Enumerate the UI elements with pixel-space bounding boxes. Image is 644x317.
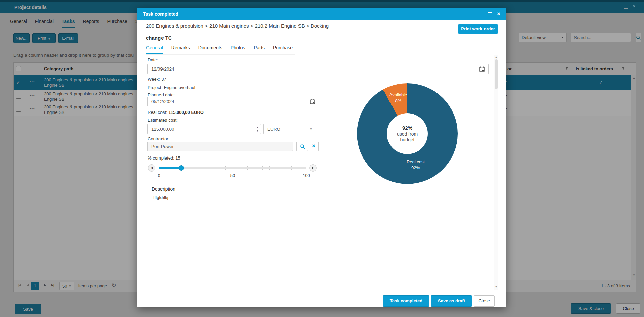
estimated-cost-value: 125.000,00	[151, 127, 174, 132]
tab-remarks[interactable]: Remarks	[171, 44, 190, 54]
planned-date-field[interactable]: 05/12/2024	[147, 97, 319, 106]
available-caption: Available	[389, 92, 407, 97]
spinner-down-icon[interactable]: ▼	[256, 130, 258, 132]
calendar-icon[interactable]	[479, 66, 485, 72]
dialog-close-icon[interactable]: ×	[497, 11, 500, 17]
dialog-maximize-icon[interactable]	[488, 12, 492, 16]
contractor-label: Contractor:	[148, 136, 169, 141]
slider-min-label: 0	[156, 173, 163, 178]
real-cost-label: Real cost: 115.000,00 EURO	[148, 110, 204, 115]
dialog-vertical-scrollbar[interactable]: ▲ ▼	[494, 55, 498, 290]
scrollbar-thumb[interactable]	[495, 59, 498, 89]
dialog-titlebar[interactable]: Task completed ×	[137, 8, 506, 20]
real-cost-caption: Real cost:	[148, 110, 167, 115]
task-completed-button[interactable]: Task completed	[383, 295, 429, 307]
tab-purchase[interactable]: Purchase	[273, 44, 293, 54]
date-value: 12/09/2024	[151, 66, 174, 72]
project-label: Project: Engine overhaul	[148, 85, 195, 90]
spinner-up-icon[interactable]: ▲	[256, 126, 258, 129]
scroll-down-icon[interactable]: ▼	[495, 286, 497, 288]
realcost-caption: Real cost	[407, 159, 425, 164]
dialog-tabs: General Remarks Documents Photos Parts P…	[146, 44, 295, 55]
donut-realcost-label: Real cost 92%	[394, 159, 438, 171]
slider-handle[interactable]	[179, 165, 184, 171]
slider-decrease-button[interactable]: ◀	[148, 164, 155, 172]
percent-completed-slider[interactable]: 0 50 100	[159, 164, 306, 172]
arrow-left-icon: ◀	[151, 166, 153, 169]
estimated-cost-field[interactable]: 125.000,00 ▲ ▼	[147, 124, 261, 134]
realcost-percent: 92%	[411, 165, 420, 170]
description-title: Description	[152, 186, 175, 192]
contractor-field[interactable]: Pon Power	[147, 142, 293, 151]
slider-increase-button[interactable]: ▶	[309, 164, 317, 172]
calendar-icon[interactable]	[310, 99, 315, 104]
clear-icon: ×	[312, 143, 315, 149]
dialog-title: Task completed	[143, 8, 178, 20]
tab-parts[interactable]: Parts	[254, 44, 265, 54]
dialog-close-button[interactable]: Close	[474, 295, 495, 307]
search-icon	[300, 144, 305, 149]
planned-date-value: 05/12/2024	[151, 99, 174, 104]
task-title: change TC	[146, 35, 172, 41]
print-work-order-button[interactable]: Print work order	[458, 24, 498, 34]
tab-photos[interactable]: Photos	[231, 44, 245, 54]
donut-center-percent: 92%	[402, 125, 412, 131]
description-box[interactable]: Description fffgkhlkj	[148, 184, 489, 288]
percent-completed-label: % completed: 15	[148, 155, 180, 161]
save-as-draft-button[interactable]: Save as draft	[431, 295, 472, 307]
estimated-cost-label: Estimated cost:	[148, 118, 178, 123]
donut-center-caption: used from budget	[393, 131, 421, 143]
task-completed-dialog: Task completed × 200 Engines & propulsio…	[137, 8, 506, 307]
real-cost-value: 115.000,00 EURO	[168, 110, 204, 115]
donut-available-label: Available 8%	[387, 92, 409, 104]
donut-center: 92% used from budget	[387, 113, 428, 154]
arrow-right-icon: ▶	[312, 166, 314, 169]
slider-fill	[159, 167, 181, 169]
number-spinner[interactable]: ▲ ▼	[254, 124, 261, 134]
week-label: Week: 37	[148, 77, 166, 82]
tab-documents[interactable]: Documents	[198, 44, 222, 54]
available-percent: 8%	[395, 98, 402, 103]
contractor-search-button[interactable]	[296, 142, 308, 151]
description-content: fffgkhlkj	[153, 195, 168, 200]
tab-general[interactable]: General	[146, 44, 163, 54]
currency-select[interactable]: EURO ▼	[263, 124, 316, 134]
contractor-clear-button[interactable]: ×	[309, 142, 319, 151]
slider-mid-label: 50	[228, 173, 238, 178]
date-label: Date:	[148, 57, 158, 62]
scroll-up-icon[interactable]: ▲	[495, 56, 497, 58]
currency-value: EURO	[267, 127, 280, 132]
contractor-value: Pon Power	[151, 144, 174, 149]
slider-max-label: 100	[300, 173, 313, 178]
breadcrumb: 200 Engines & propulsion > 210 Main engi…	[146, 23, 329, 29]
date-field[interactable]: 12/09/2024	[147, 64, 489, 74]
caret-down-icon: ▼	[310, 128, 312, 131]
